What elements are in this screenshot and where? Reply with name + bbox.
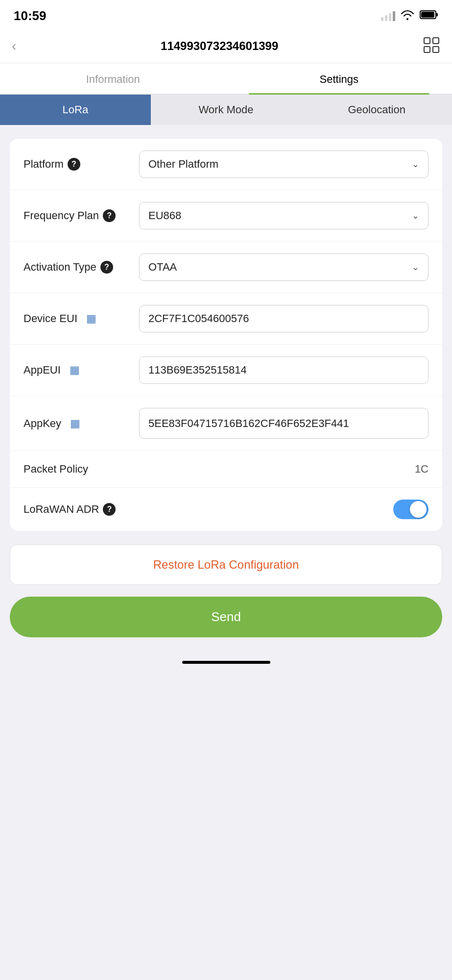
status-bar: 10:59 xyxy=(0,0,452,29)
svg-rect-2 xyxy=(436,13,438,17)
wifi-icon xyxy=(400,9,415,22)
lorawan-adr-help-icon[interactable]: ? xyxy=(103,503,116,516)
app-key-control: 5EE83F04715716B162CF46F652E3F441 xyxy=(139,408,428,439)
frequency-plan-control: EU868 ⌄ xyxy=(139,202,428,229)
page-title: 114993073234601399 xyxy=(161,39,278,53)
send-button[interactable]: Send xyxy=(10,597,442,637)
sub-tab-workmode[interactable]: Work Mode xyxy=(151,95,302,125)
device-eui-label: Device EUI ▦ xyxy=(24,312,131,325)
home-bar xyxy=(182,661,270,664)
platform-control: Other Platform ⌄ xyxy=(139,151,428,178)
content: Platform ? Other Platform ⌄ Frequency Pl… xyxy=(0,125,452,651)
frequency-plan-chevron-icon: ⌄ xyxy=(412,210,419,221)
sub-tab-geolocation[interactable]: Geolocation xyxy=(301,95,452,125)
packet-policy-label: Packet Policy xyxy=(24,463,131,476)
activation-type-select[interactable]: OTAA ⌄ xyxy=(139,253,428,281)
lorawan-adr-toggle-wrapper xyxy=(393,500,428,519)
settings-card: Platform ? Other Platform ⌄ Frequency Pl… xyxy=(10,139,442,531)
platform-row: Platform ? Other Platform ⌄ xyxy=(10,139,442,190)
home-indicator xyxy=(0,651,452,672)
svg-rect-5 xyxy=(424,47,430,52)
svg-rect-3 xyxy=(424,38,430,44)
frequency-plan-row: Frequency Plan ? EU868 ⌄ xyxy=(10,190,442,242)
device-eui-copy-icon[interactable]: ▦ xyxy=(86,312,96,325)
device-eui-control: 2CF7F1C054600576 xyxy=(139,305,428,332)
main-tab-bar: Information Settings xyxy=(0,63,452,95)
status-time: 10:59 xyxy=(14,8,47,24)
lorawan-adr-toggle[interactable] xyxy=(393,500,428,519)
packet-policy-row: Packet Policy 1C xyxy=(10,451,442,488)
app-key-row: AppKey ▦ 5EE83F04715716B162CF46F652E3F44… xyxy=(10,396,442,451)
app-eui-input[interactable]: 113B69E352515814 xyxy=(139,356,428,384)
tab-settings[interactable]: Settings xyxy=(226,63,452,94)
status-icons xyxy=(381,9,438,22)
frequency-plan-help-icon[interactable]: ? xyxy=(103,209,116,222)
svg-rect-4 xyxy=(433,38,439,44)
activation-type-row: Activation Type ? OTAA ⌄ xyxy=(10,242,442,293)
restore-button[interactable]: Restore LoRa Configuration xyxy=(10,545,442,585)
nav-bar: ‹ 114993073234601399 xyxy=(0,29,452,63)
platform-chevron-icon: ⌄ xyxy=(412,159,419,170)
activation-type-help-icon[interactable]: ? xyxy=(100,261,113,274)
activation-type-control: OTAA ⌄ xyxy=(139,253,428,281)
app-eui-copy-icon[interactable]: ▦ xyxy=(70,364,80,377)
app-key-label: AppKey ▦ xyxy=(24,417,131,430)
device-eui-row: Device EUI ▦ 2CF7F1C054600576 xyxy=(10,293,442,345)
svg-rect-1 xyxy=(421,12,434,18)
app-eui-row: AppEUI ▦ 113B69E352515814 xyxy=(10,345,442,396)
frequency-plan-label: Frequency Plan ? xyxy=(24,209,131,222)
signal-icon xyxy=(381,10,395,21)
svg-rect-6 xyxy=(433,47,439,52)
app-key-input[interactable]: 5EE83F04715716B162CF46F652E3F441 xyxy=(139,408,428,439)
platform-select[interactable]: Other Platform ⌄ xyxy=(139,151,428,178)
tab-information[interactable]: Information xyxy=(0,63,226,94)
toggle-knob xyxy=(410,501,427,518)
platform-label: Platform ? xyxy=(24,158,131,171)
grid-icon[interactable] xyxy=(423,36,440,56)
battery-icon xyxy=(420,9,438,22)
activation-type-chevron-icon: ⌄ xyxy=(412,262,419,273)
sub-tab-bar: LoRa Work Mode Geolocation xyxy=(0,95,452,125)
frequency-plan-select[interactable]: EU868 ⌄ xyxy=(139,202,428,229)
lorawan-adr-row: LoRaWAN ADR ? xyxy=(10,488,442,531)
activation-type-label: Activation Type ? xyxy=(24,261,131,274)
app-eui-label: AppEUI ▦ xyxy=(24,364,131,377)
app-key-copy-icon[interactable]: ▦ xyxy=(70,417,80,430)
device-eui-input[interactable]: 2CF7F1C054600576 xyxy=(139,305,428,332)
lorawan-adr-label: LoRaWAN ADR ? xyxy=(24,503,131,516)
back-button[interactable]: ‹ xyxy=(12,38,16,54)
packet-policy-value: 1C xyxy=(415,463,428,476)
sub-tab-lora[interactable]: LoRa xyxy=(0,95,151,125)
app-eui-control: 113B69E352515814 xyxy=(139,356,428,384)
platform-help-icon[interactable]: ? xyxy=(68,158,80,171)
